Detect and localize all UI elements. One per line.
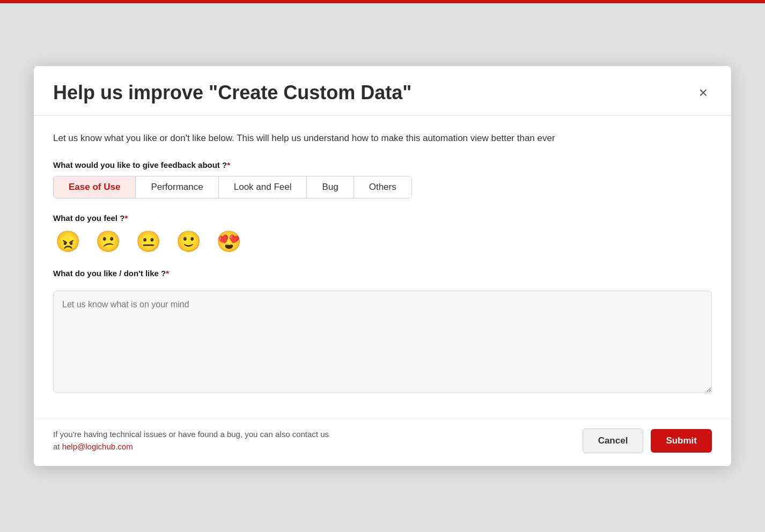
tab-bug[interactable]: Bug bbox=[307, 176, 354, 198]
feedback-textarea[interactable] bbox=[53, 291, 712, 393]
feedback-modal: Help us improve "Create Custom Data" × L… bbox=[34, 66, 731, 466]
required-star-1: * bbox=[227, 160, 230, 169]
cancel-button[interactable]: Cancel bbox=[583, 428, 644, 453]
feedback-about-label: What would you like to give feedback abo… bbox=[53, 160, 712, 169]
like-section: What do you like / don't like ?* bbox=[53, 269, 712, 395]
emoji-happy[interactable]: 🙂 bbox=[174, 229, 203, 254]
modal-overlay: Help us improve "Create Custom Data" × L… bbox=[0, 0, 765, 532]
tab-others[interactable]: Others bbox=[354, 176, 411, 198]
modal-header: Help us improve "Create Custom Data" × bbox=[34, 66, 731, 115]
modal-title: Help us improve "Create Custom Data" bbox=[53, 81, 411, 104]
modal-footer: If you're having technical issues or hav… bbox=[34, 418, 731, 466]
emoji-row: 😠 😕 😐 🙂 😍 bbox=[53, 229, 712, 254]
feel-section: What do you feel ?* 😠 😕 😐 🙂 😍 bbox=[53, 213, 712, 254]
submit-button[interactable]: Submit bbox=[651, 429, 712, 453]
feel-label: What do you feel ?* bbox=[53, 213, 712, 223]
description-text: Let us know what you like or don't like … bbox=[53, 131, 712, 145]
required-star-3: * bbox=[166, 269, 169, 278]
footer-buttons: Cancel Submit bbox=[583, 428, 712, 453]
emoji-disappointed[interactable]: 😕 bbox=[93, 229, 123, 254]
tab-ease-of-use[interactable]: Ease of Use bbox=[54, 176, 136, 198]
feedback-tabs: Ease of Use Performance Look and Feel Bu… bbox=[53, 176, 412, 198]
emoji-love[interactable]: 😍 bbox=[214, 229, 244, 254]
required-star-2: * bbox=[124, 213, 128, 223]
top-bar bbox=[0, 0, 765, 3]
footer-note: If you're having technical issues or hav… bbox=[53, 428, 332, 453]
tab-look-and-feel[interactable]: Look and Feel bbox=[219, 176, 307, 198]
emoji-angry[interactable]: 😠 bbox=[53, 229, 83, 254]
tab-performance[interactable]: Performance bbox=[136, 176, 218, 198]
footer-email-link[interactable]: help@logichub.com bbox=[62, 442, 133, 451]
modal-body: Let us know what you like or don't like … bbox=[34, 116, 731, 418]
close-button[interactable]: × bbox=[695, 83, 712, 102]
like-label: What do you like / don't like ?* bbox=[53, 269, 712, 278]
emoji-neutral[interactable]: 😐 bbox=[134, 229, 163, 254]
